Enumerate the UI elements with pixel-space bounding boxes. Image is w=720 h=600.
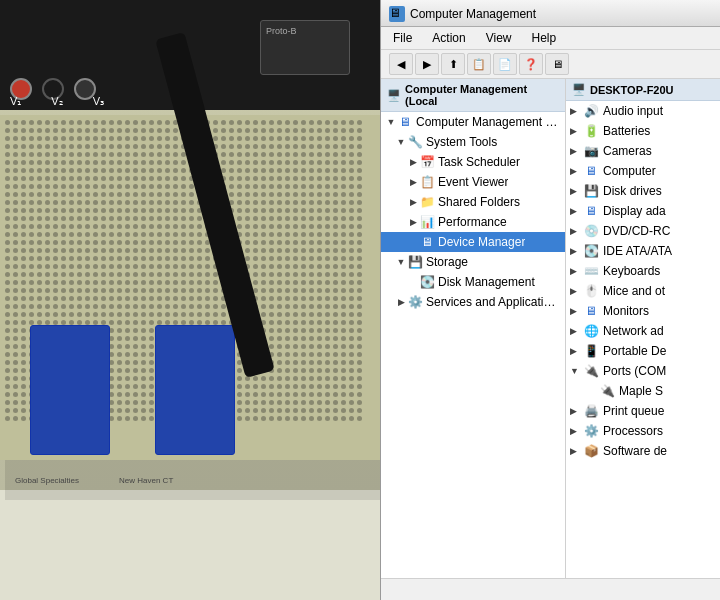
tree-item-task-scheduler[interactable]: ▶ 📅 Task Scheduler <box>381 152 565 172</box>
extra-button[interactable]: 🖥 <box>545 53 569 75</box>
breadboard-dot <box>285 272 290 277</box>
device-processors[interactable]: ▶ ⚙️ Processors <box>566 421 720 441</box>
breadboard-dot <box>293 368 298 373</box>
breadboard-dot <box>261 176 266 181</box>
breadboard-dot <box>101 248 106 253</box>
breadboard-dot <box>141 392 146 397</box>
device-cameras[interactable]: ▶ 📷 Cameras <box>566 141 720 161</box>
breadboard-dot <box>133 392 138 397</box>
device-keyboards[interactable]: ▶ ⌨️ Keyboards <box>566 261 720 281</box>
device-dvd[interactable]: ▶ 💿 DVD/CD-RC <box>566 221 720 241</box>
tree-item-root[interactable]: ▼ 🖥 Computer Management (Loca... <box>381 112 565 132</box>
breadboard-dot <box>181 200 186 205</box>
tree-panel[interactable]: 🖥️ Computer Management (Local ▼ 🖥 Comput… <box>381 79 566 578</box>
breadboard-dot <box>157 128 162 133</box>
breadboard-dot <box>149 160 154 165</box>
breadboard-dot <box>325 304 330 309</box>
breadboard-dot <box>317 240 322 245</box>
breadboard-dot <box>317 208 322 213</box>
device-computer[interactable]: ▶ 🖥 Computer <box>566 161 720 181</box>
device-software[interactable]: ▶ 📦 Software de <box>566 441 720 461</box>
tree-item-event-viewer[interactable]: ▶ 📋 Event Viewer <box>381 172 565 192</box>
breadboard-dot <box>357 360 362 365</box>
breadboard-dot <box>13 336 18 341</box>
breadboard-dot <box>141 160 146 165</box>
device-disk-drives[interactable]: ▶ 💾 Disk drives <box>566 181 720 201</box>
breadboard-dot <box>77 280 82 285</box>
device-monitors[interactable]: ▶ 🖥 Monitors <box>566 301 720 321</box>
breadboard-dot <box>301 264 306 269</box>
properties-button[interactable]: 📄 <box>493 53 517 75</box>
device-maple-s[interactable]: 🔌 Maple S <box>566 381 720 401</box>
breadboard-dot <box>29 136 34 141</box>
breadboard-dot <box>341 208 346 213</box>
expand-print: ▶ <box>570 406 582 416</box>
breadboard-dot <box>45 208 50 213</box>
expand-performance: ▶ <box>407 216 419 228</box>
breadboard-dot <box>13 224 18 229</box>
menu-file[interactable]: File <box>389 29 416 47</box>
breadboard-dot <box>309 128 314 133</box>
breadboard-dot <box>293 400 298 405</box>
tree-item-device-manager[interactable]: 🖥 Device Manager <box>381 232 565 252</box>
breadboard-dot <box>37 264 42 269</box>
menu-help[interactable]: Help <box>528 29 561 47</box>
breadboard-dot <box>269 320 274 325</box>
breadboard-dot <box>77 248 82 253</box>
tree-item-system-tools[interactable]: ▼ 🔧 System Tools <box>381 132 565 152</box>
up-button[interactable]: ⬆ <box>441 53 465 75</box>
breadboard-dot <box>325 288 330 293</box>
back-button[interactable]: ◀ <box>389 53 413 75</box>
breadboard-dot <box>269 296 274 301</box>
device-print-queue[interactable]: ▶ 🖨️ Print queue <box>566 401 720 421</box>
breadboard-dot <box>101 192 106 197</box>
breadboard-dot <box>325 224 330 229</box>
device-audio-input[interactable]: ▶ 🔊 Audio input <box>566 101 720 121</box>
breadboard-dot <box>149 120 154 125</box>
breadboard-dot <box>341 256 346 261</box>
breadboard-dot <box>37 184 42 189</box>
breadboard-dot <box>197 240 202 245</box>
breadboard-dot <box>109 264 114 269</box>
device-network[interactable]: ▶ 🌐 Network ad <box>566 321 720 341</box>
breadboard-dot <box>125 320 130 325</box>
menu-action[interactable]: Action <box>428 29 469 47</box>
device-panel[interactable]: 🖥️ DESKTOP-F20U ▶ 🔊 Audio input ▶ 🔋 Batt… <box>566 79 720 578</box>
help-button[interactable]: ❓ <box>519 53 543 75</box>
breadboard-dot <box>245 216 250 221</box>
forward-button[interactable]: ▶ <box>415 53 439 75</box>
device-ports[interactable]: ▼ 🔌 Ports (COM <box>566 361 720 381</box>
breadboard-dot <box>85 184 90 189</box>
breadboard-dot <box>181 312 186 317</box>
tree-item-services[interactable]: ▶ ⚙️ Services and Applications <box>381 292 565 312</box>
breadboard-dot <box>357 280 362 285</box>
tree-item-storage[interactable]: ▼ 💾 Storage <box>381 252 565 272</box>
computer-management-window: 🖥 Computer Management File Action View H… <box>380 0 720 600</box>
device-batteries[interactable]: ▶ 🔋 Batteries <box>566 121 720 141</box>
breadboard-dot <box>5 272 10 277</box>
breadboard-dot <box>213 296 218 301</box>
menu-view[interactable]: View <box>482 29 516 47</box>
breadboard-dot <box>277 280 282 285</box>
breadboard-dot <box>45 288 50 293</box>
breadboard-dot <box>213 304 218 309</box>
breadboard-dot <box>197 280 202 285</box>
show-hide-tree[interactable]: 📋 <box>467 53 491 75</box>
breadboard-dot <box>325 312 330 317</box>
breadboard-dot <box>317 288 322 293</box>
breadboard-dot <box>189 200 194 205</box>
breadboard-dot <box>277 264 282 269</box>
device-mice[interactable]: ▶ 🖱️ Mice and ot <box>566 281 720 301</box>
tree-item-shared-folders[interactable]: ▶ 📁 Shared Folders <box>381 192 565 212</box>
breadboard-dot <box>325 344 330 349</box>
breadboard-dot <box>13 152 18 157</box>
tree-item-disk-management[interactable]: 💽 Disk Management <box>381 272 565 292</box>
breadboard-dot <box>205 272 210 277</box>
device-display-adapters[interactable]: ▶ 🖥 Display ada <box>566 201 720 221</box>
device-ide[interactable]: ▶ 💽 IDE ATA/ATA <box>566 241 720 261</box>
device-portable[interactable]: ▶ 📱 Portable De <box>566 341 720 361</box>
breadboard-dot <box>29 280 34 285</box>
breadboard-dot <box>357 384 362 389</box>
breadboard-dot <box>109 320 114 325</box>
tree-item-performance[interactable]: ▶ 📊 Performance <box>381 212 565 232</box>
